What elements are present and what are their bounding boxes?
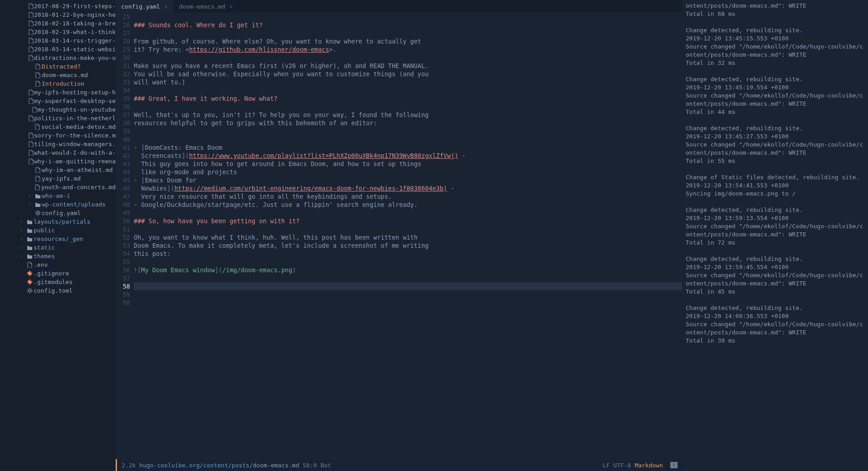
file-icon: [25, 262, 34, 268]
tree-item[interactable]: tiling-window-managers.: [0, 140, 116, 148]
tree-item[interactable]: .env: [0, 260, 116, 269]
close-icon[interactable]: ×: [229, 4, 233, 10]
tree-item-label: what-would-I-do-with-a-c: [34, 149, 116, 156]
tree-item[interactable]: .gitignore: [0, 269, 116, 278]
folder-icon: [25, 253, 34, 259]
chevron-icon: ›: [20, 219, 25, 224]
file-icon: [28, 132, 34, 138]
tree-item[interactable]: ›wp-content/uploads: [0, 200, 116, 209]
file-icon: [28, 150, 34, 156]
tree-item[interactable]: my-superfast-desktop-se: [0, 97, 116, 105]
terminal-pane[interactable]: ontent/posts/doom-emacs.md": WRITE Total…: [682, 0, 868, 471]
tree-item-label: doom-emacs.md: [42, 72, 88, 78]
file-icon: [28, 29, 34, 35]
tree-item-label: youth-and-concerts.md: [41, 184, 116, 191]
tree-item-label: static: [34, 244, 55, 251]
tree-item[interactable]: .gitmodules: [0, 278, 116, 286]
tree-item[interactable]: 2018-02-19-what-i-think: [0, 28, 116, 36]
tree-item-label: who-am-i: [42, 192, 70, 199]
tree-item[interactable]: 2018-03-14-rss-trigger-te: [0, 36, 116, 45]
tree-item[interactable]: yay-ipfs.md: [0, 174, 116, 183]
tree-item[interactable]: config.yaml: [0, 209, 116, 217]
tree-item[interactable]: 2017-08-29-first-steps-or: [0, 2, 116, 10]
tree-item-label: my-superfast-desktop-se: [34, 98, 116, 104]
tree-item[interactable]: doom-emacs.md: [0, 71, 116, 79]
tree-item-label: sorry-for-the-silence.md: [34, 132, 116, 139]
file-icon: [28, 46, 34, 52]
file-icon: [34, 64, 42, 69]
editor[interactable]: 2526272829303132333435363738394041424344…: [116, 13, 682, 459]
tab[interactable]: config.yaml×: [116, 0, 174, 13]
tree-item-label: .env: [34, 261, 48, 268]
tree-item-label: public: [34, 227, 55, 234]
tree-item-label: why-i-am-quitting-reena: [34, 158, 116, 165]
tree-item-label: 2018-03-14-rss-trigger-te: [34, 37, 116, 44]
tree-item[interactable]: 2018-03-14-static-websit: [0, 45, 116, 54]
chevron-icon: ›: [28, 193, 34, 198]
file-icon: [34, 81, 42, 87]
tree-item-label: tiling-window-managers.: [34, 141, 116, 147]
tree-item[interactable]: my-ipfs-hosting-setup-hu: [0, 88, 116, 97]
tree-item[interactable]: ›who-am-i: [0, 191, 116, 200]
chevron-icon: ›: [20, 245, 25, 250]
chevron-icon: ›: [28, 202, 34, 207]
tree-item-label: 2018-03-14-static-websit: [34, 46, 116, 53]
file-icon: [33, 184, 41, 190]
file-tree-sidebar[interactable]: 2017-08-29-first-steps-or2018-01-22-bye-…: [0, 0, 116, 471]
tree-item-label: config.toml: [34, 287, 73, 294]
file-icon: [28, 115, 34, 121]
folder-icon: [34, 201, 42, 207]
file-icon: [32, 107, 38, 113]
tree-item-label: resources/_gen: [34, 236, 83, 242]
cursor-position: 58:0 Bot: [303, 462, 332, 469]
close-icon[interactable]: ×: [165, 4, 168, 10]
tree-item-label: themes: [34, 253, 55, 260]
file-icon: [28, 141, 34, 147]
tree-item-label: 2018-02-19-what-i-think: [34, 29, 116, 35]
tree-item[interactable]: youth-and-concerts.md: [0, 183, 116, 191]
tree-item[interactable]: Introduction: [0, 79, 116, 88]
tree-item[interactable]: distractions-make-you-u: [0, 54, 116, 62]
tree-item[interactable]: ›static: [0, 243, 116, 252]
line-gutter: 2526272829303132333435363738394041424344…: [116, 13, 134, 459]
warn-icon: !: [670, 462, 678, 468]
tree-item-label: .gitmodules: [34, 279, 73, 285]
tree-item[interactable]: config.toml: [0, 286, 116, 295]
tree-item-label: Distracted?: [42, 63, 81, 70]
tree-item[interactable]: what-would-I-do-with-a-c: [0, 148, 116, 157]
file-icon: [28, 20, 34, 26]
chevron-icon: ›: [20, 228, 25, 233]
modeline: 2.2k hugo-coolvibe.org/content/posts/doo…: [116, 459, 682, 471]
file-icon: [28, 3, 34, 9]
tree-item-label: social-media-detox.md: [41, 123, 116, 130]
tree-item[interactable]: my-thoughts-on-youtube: [0, 105, 116, 114]
tab[interactable]: doom-emacs.md×: [174, 0, 239, 13]
file-icon: [34, 210, 42, 216]
file-icon: [28, 55, 34, 61]
tree-item-label: my-thoughts-on-youtube: [38, 106, 116, 113]
tree-item-label: wp-content/uploads: [42, 201, 106, 208]
code-area[interactable]: ### Sounds cool. Where do I get it?From …: [134, 13, 682, 459]
tree-item[interactable]: social-media-detox.md: [0, 123, 116, 131]
tree-item[interactable]: Distracted?: [0, 62, 116, 71]
folder-icon: [25, 227, 34, 233]
tree-item-label: 2018-02-18-taking-a-bre: [34, 20, 116, 27]
tree-item[interactable]: ›themes: [0, 252, 116, 260]
tree-item[interactable]: politics-in-the-netherlan: [0, 114, 116, 123]
tree-item[interactable]: why-im-an-atheist.md: [0, 166, 116, 174]
chevron-icon: ›: [20, 236, 25, 241]
tree-item[interactable]: 2018-02-18-taking-a-bre: [0, 19, 116, 28]
tree-item[interactable]: ›resources/_gen: [0, 235, 116, 243]
folder-icon: [25, 236, 34, 242]
chevron-icon: ›: [20, 254, 25, 259]
tree-item[interactable]: ›layouts/partials: [0, 217, 116, 226]
tree-item[interactable]: why-i-am-quitting-reena: [0, 157, 116, 166]
file-icon: [34, 167, 42, 173]
tree-item[interactable]: sorry-for-the-silence.md: [0, 131, 116, 140]
file-icon: [25, 288, 34, 294]
folder-icon: [25, 245, 34, 250]
tree-item[interactable]: ›public: [0, 226, 116, 235]
encoding: LF UTF-8: [603, 462, 631, 469]
tree-item-label: politics-in-the-netherlan: [34, 115, 116, 122]
tree-item[interactable]: 2018-01-22-bye-nginx-he: [0, 10, 116, 19]
